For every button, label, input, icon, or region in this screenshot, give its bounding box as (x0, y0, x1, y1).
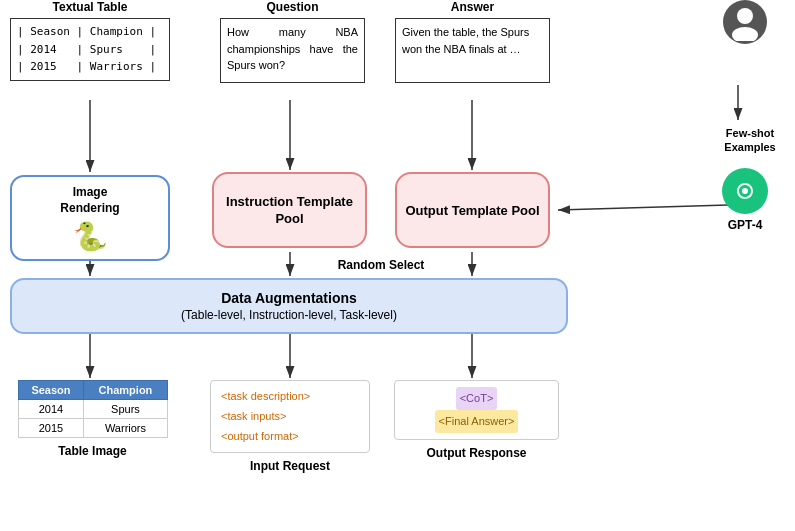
gpt4-label: GPT-4 (728, 218, 763, 232)
col-champion: Champion (84, 381, 167, 400)
task-inputs-tag: <task inputs> (221, 410, 286, 422)
answer-content: Given the table, the Spurs won the NBA f… (395, 18, 550, 83)
table-row: 2014 Spurs (18, 400, 167, 419)
svg-point-15 (742, 188, 748, 194)
data-augmentations-box: Data Augmentations (Table-level, Instruc… (10, 278, 568, 334)
few-shot-label: Few-shot Examples (710, 126, 790, 155)
textual-table-section: Textual Table | Season | Champion || 201… (10, 0, 170, 81)
data-aug-title: Data Augmentations (221, 290, 357, 306)
table-image-section: Season Champion 2014 Spurs 2015 Warriors… (10, 380, 175, 458)
rendered-table: Season Champion 2014 Spurs 2015 Warriors (18, 380, 168, 438)
textual-table-content: | Season | Champion || 2014 | Spurs || 2… (10, 18, 170, 81)
answer-section: Answer Given the table, the Spurs won th… (395, 0, 550, 83)
question-label: Question (220, 0, 365, 14)
output-response-label: Output Response (426, 446, 526, 460)
col-season: Season (18, 381, 84, 400)
textual-table-label: Textual Table (10, 0, 170, 14)
gpt4-icon (722, 168, 768, 214)
instruction-template-pool: Instruction Template Pool (212, 172, 367, 248)
question-content: How many NBA championships have the Spur… (220, 18, 365, 83)
svg-point-12 (737, 8, 753, 24)
person-avatar (723, 0, 767, 44)
answer-label: Answer (395, 0, 550, 14)
data-aug-subtitle: (Table-level, Instruction-level, Task-le… (181, 308, 397, 322)
output-template-pool: Output Template Pool (395, 172, 550, 248)
person-box (705, 0, 785, 44)
svg-point-13 (732, 27, 758, 41)
random-select-label: Random Select (212, 258, 550, 272)
input-request-content: <task description> <task inputs> <output… (210, 380, 370, 453)
image-rendering-label: ImageRendering (60, 185, 119, 216)
question-section: Question How many NBA championships have… (220, 0, 365, 83)
svg-line-5 (558, 205, 728, 210)
final-answer-tag: <Final Answer> (435, 410, 519, 433)
output-response-content: <CoT> <Final Answer> (394, 380, 559, 440)
python-icon: 🐍 (73, 220, 108, 253)
input-request-label: Input Request (250, 459, 330, 473)
table-image-label: Table Image (58, 444, 126, 458)
input-request-section: <task description> <task inputs> <output… (210, 380, 370, 473)
gpt4-box: GPT-4 (705, 168, 785, 232)
cot-tag: <CoT> (456, 387, 498, 410)
task-desc-tag: <task description> (221, 390, 310, 402)
diagram: Textual Table | Season | Champion || 201… (0, 0, 795, 531)
image-rendering-box: ImageRendering 🐍 (10, 175, 170, 261)
instruction-pool-label: Instruction Template Pool (222, 194, 357, 228)
table-row: 2015 Warriors (18, 419, 167, 438)
output-format-tag: <output format> (221, 430, 299, 442)
output-pool-label: Output Template Pool (405, 203, 539, 220)
output-response-section: <CoT> <Final Answer> Output Response (394, 380, 559, 460)
